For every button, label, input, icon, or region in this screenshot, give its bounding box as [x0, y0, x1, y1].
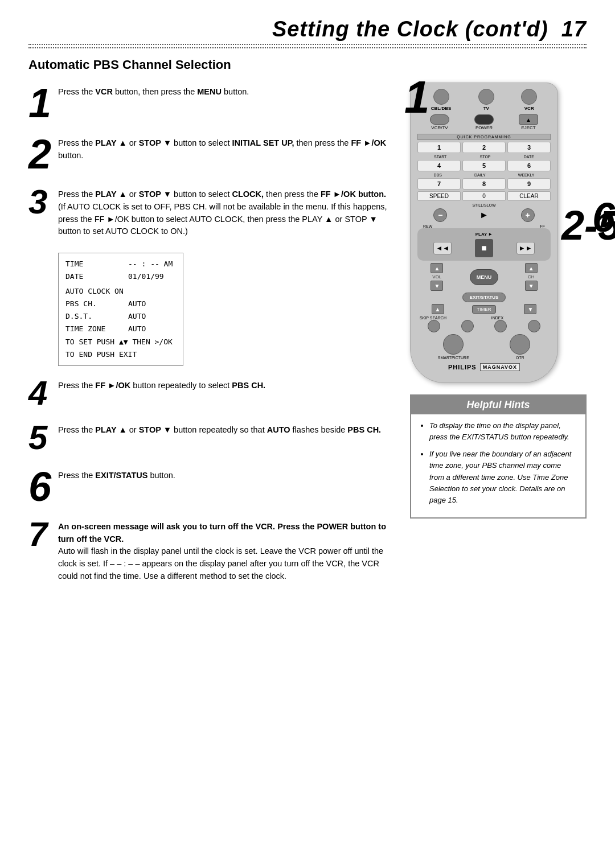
dbs-label: DBS	[434, 173, 442, 177]
transport-area: PLAY ► ◄◄ ■ ►►	[417, 228, 551, 261]
step-2-text: Press the PLAY ▲ or STOP ▼ button to sel…	[58, 134, 393, 162]
remote-control: CBL/DBS TV VCR VCR/TV	[410, 83, 558, 383]
stop-btn[interactable]: ■	[475, 239, 493, 257]
ch-down-btn[interactable]: ▼	[525, 281, 538, 291]
skip4-btn[interactable]	[528, 320, 540, 332]
step-1-text: Press the VCR button, then press the MEN…	[58, 83, 249, 98]
num-6-btn[interactable]: 6	[507, 160, 551, 171]
labels-row2: DBS DAILY WEEKLY	[417, 173, 551, 177]
divider	[28, 47, 587, 48]
power-label: POWER	[475, 125, 493, 130]
vol-col: ▲ VOL ▼	[430, 263, 443, 291]
rewind-btn[interactable]: ◄◄	[433, 242, 452, 254]
zero-btn[interactable]: 0	[462, 191, 506, 201]
plus-minus-row: − ► +	[417, 208, 551, 222]
helpful-hints-title: Helpful Hints	[411, 396, 585, 414]
menu-instruction1: TO SET PUSH ▲▼ THEN >/OK	[65, 336, 176, 348]
step-3: 3 Press the PLAY ▲ or STOP ▼ button to s…	[28, 185, 393, 238]
menu-auto-clock: AUTO CLOCK ON	[65, 285, 176, 298]
step-5-number: 5	[28, 421, 51, 455]
skip3-btn[interactable]	[494, 320, 507, 332]
step-4-number: 4	[28, 376, 51, 410]
smart-picture-btn[interactable]	[443, 334, 464, 355]
menu-dst-value: AUTO	[128, 310, 146, 323]
num-1-btn[interactable]: 1	[417, 142, 461, 153]
num-7-btn[interactable]: 7	[417, 178, 461, 190]
num-9-btn[interactable]: 9	[507, 178, 551, 190]
transport-buttons-row: ◄◄ ■ ►►	[422, 239, 546, 257]
skip-index-labels: SKIP SEARCH INDEX	[417, 316, 551, 320]
menu-pbs-label: PBS CH.	[65, 298, 117, 310]
otr-group: OTR	[510, 334, 530, 360]
number-grid-row2: 4 5 6	[417, 160, 551, 171]
labels-row1: START STOP DATE	[417, 155, 551, 159]
num-3-btn[interactable]: 3	[507, 142, 551, 153]
step-1: 1 Press the VCR button, then press the M…	[28, 83, 393, 124]
right-step-1: 1	[404, 71, 592, 124]
ch-up-btn[interactable]: ▲	[525, 263, 538, 273]
menu-tz-label: TIME ZONE	[65, 323, 117, 335]
ff-label: FF	[540, 224, 545, 228]
fastfwd-btn[interactable]: ►►	[516, 242, 535, 254]
stop-label: STOP	[480, 155, 491, 159]
start-label: START	[434, 155, 446, 159]
rew-ff-labels: REW FF	[417, 224, 551, 228]
helpful-hints-body: To display the time on the display panel…	[411, 414, 585, 517]
smart-picture-group: SMARTPICTURE	[438, 334, 469, 360]
plus-btn[interactable]: +	[521, 208, 535, 222]
timer-btn[interactable]: TIMER	[472, 305, 497, 314]
step-2-number: 2	[28, 134, 51, 175]
play-label-row: PLAY ►	[422, 232, 546, 237]
step-7-text: An on-screen message will ask you to tur…	[58, 517, 393, 583]
timer-up-btn[interactable]: ▲	[432, 304, 444, 314]
vol-down-btn[interactable]: ▼	[430, 281, 443, 291]
num-8-btn[interactable]: 8	[462, 178, 506, 190]
num-4-btn[interactable]: 4	[417, 160, 461, 171]
exit-status-btn[interactable]: EXIT/STATUS	[462, 293, 506, 302]
skip-search-label: SKIP SEARCH	[420, 316, 446, 320]
timer-row: ▲ TIMER ▼	[417, 304, 551, 314]
speed-zero-clear-row: SPEED 0 CLEAR	[417, 191, 551, 201]
clear-btn[interactable]: CLEAR	[507, 191, 551, 201]
menu-pbs-value: AUTO	[128, 298, 146, 310]
skip2-btn[interactable]	[461, 320, 474, 332]
step-5: 5 Press the PLAY ▲ or STOP ▼ button repe…	[28, 421, 393, 455]
step-6-number: 6	[28, 466, 51, 507]
vol-up-btn[interactable]: ▲	[430, 263, 443, 273]
menu-col: MENU	[470, 269, 498, 285]
step-6: 6 Press the EXIT/STATUS button.	[28, 466, 393, 507]
otr-btn[interactable]	[510, 334, 530, 355]
quick-programming-label: QUICK PROGRAMMING	[417, 134, 551, 140]
num-5-btn[interactable]: 5	[462, 160, 506, 171]
right-step-6: 6	[592, 194, 615, 241]
index-label: INDEX	[491, 316, 503, 320]
page-header: Setting the Clock (cont'd) 17	[28, 17, 587, 45]
vcrtv-label: VCR/TV	[431, 125, 448, 130]
smart-picture-label: SMARTPICTURE	[438, 356, 469, 360]
timer-down-btn[interactable]: ▼	[524, 304, 536, 314]
step-5-text: Press the PLAY ▲ or STOP ▼ button repeat…	[58, 421, 381, 437]
menu-display: TIME -- : -- AM DATE 01/01/99 AUTO CLOCK…	[58, 253, 183, 366]
speed-btn[interactable]: SPEED	[417, 191, 461, 201]
main-layout: 1 Press the VCR button, then press the M…	[28, 83, 587, 593]
num-2-btn[interactable]: 2	[462, 142, 506, 153]
skip1-btn[interactable]	[428, 320, 440, 332]
date-label: DATE	[524, 155, 534, 159]
ch-col: ▲ CH ▼	[525, 263, 538, 291]
step-7: 7 An on-screen message will ask you to t…	[28, 517, 393, 583]
skip-buttons-row	[417, 320, 551, 332]
minus-btn[interactable]: −	[433, 208, 447, 222]
play-still-icon: ►	[479, 210, 489, 220]
menu-btn[interactable]: MENU	[470, 269, 498, 285]
menu-date-value: 01/01/99	[128, 270, 164, 283]
hint-1: To display the time on the display panel…	[429, 420, 577, 443]
vol-menu-ch-row: ▲ VOL ▼ MENU ▲ CH ▼	[417, 263, 551, 291]
still-slow-label: STILL/SLOW	[417, 203, 551, 207]
step-4: 4 Press the FF ►/OK button repeatedly to…	[28, 376, 393, 410]
bottom-buttons-row: SMARTPICTURE OTR	[417, 334, 551, 360]
menu-tz-value: AUTO	[128, 323, 146, 335]
menu-time-label: TIME	[65, 258, 117, 270]
menu-dst-label: D.S.T.	[65, 310, 117, 323]
hint-2: If you live near the boundary of an adja…	[429, 449, 577, 506]
menu-instruction2: TO END PUSH EXIT	[65, 348, 176, 361]
